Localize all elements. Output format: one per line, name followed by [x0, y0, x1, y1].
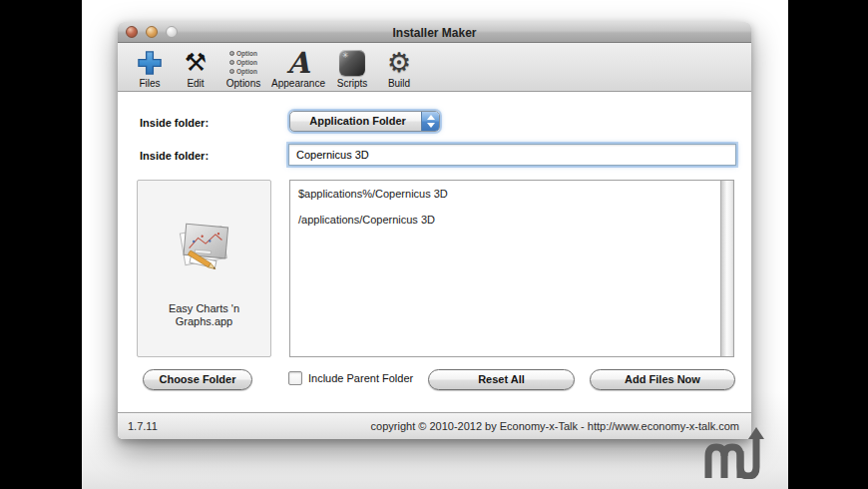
application-folder-popup[interactable]: Application Folder [289, 111, 440, 132]
selected-file-box[interactable]: Easy Charts 'n Graphs.app [137, 180, 271, 357]
plus-icon [137, 47, 163, 78]
macupdate-logo [700, 425, 766, 479]
toolbar-label: Appearance [271, 78, 325, 90]
scrollbar-track[interactable] [720, 181, 733, 356]
choose-folder-button[interactable]: Choose Folder [143, 369, 252, 390]
version-label: 1.7.11 [128, 420, 158, 432]
file-name-label: Easy Charts 'n Graphs.app [138, 302, 270, 328]
include-parent-checkbox[interactable] [288, 371, 302, 385]
toolbar-item-options[interactable]: Option Option Option Options [217, 45, 269, 90]
toolbar-label: Options [226, 78, 260, 90]
gear-icon: ⚙ [387, 47, 411, 78]
content-area: Inside folder: Application Folder Inside… [118, 92, 751, 412]
charts-app-icon [170, 215, 239, 282]
install-paths-list[interactable]: $applications%/Copernicus 3D /applicatio… [289, 180, 734, 357]
toolbar-label: Edit [187, 78, 204, 90]
toolbar-label: Files [139, 78, 160, 90]
popup-selected-value: Application Folder [298, 115, 417, 127]
toolbar-label: Build [388, 78, 410, 90]
toolbar-label: Scripts [337, 78, 368, 90]
folder-name-input[interactable]: Copernicus 3D [288, 144, 736, 166]
popup-stepper-icon [421, 112, 439, 131]
toolbar-item-appearance[interactable]: A Appearance [267, 45, 329, 90]
window-title: Installer Maker [118, 26, 751, 40]
path-line: /applications/Copernicus 3D [290, 200, 733, 226]
include-parent-label: Include Parent Folder [308, 372, 413, 384]
reset-all-button[interactable]: Reset All [428, 369, 575, 390]
toolbar-item-files[interactable]: Files [128, 45, 172, 90]
title-bar: Installer Maker [118, 22, 751, 43]
toolbar-item-scripts[interactable]: ✳ Scripts [329, 45, 375, 90]
toolbar-item-edit[interactable]: ⚒ Edit [174, 45, 217, 90]
inside-folder-popup-label: Inside folder: [140, 117, 209, 129]
installer-maker-window: Installer Maker Files ⚒ Edit [118, 22, 751, 439]
inside-folder-field-label: Inside folder: [140, 150, 209, 162]
letter-a-icon: A [287, 47, 310, 78]
path-line: $applications%/Copernicus 3D [290, 181, 733, 200]
toolbar: Files ⚒ Edit Option Option Option Option… [118, 43, 751, 92]
copyright-label: copyright © 2010-2012 by Economy-x-Talk … [371, 420, 739, 432]
toolbar-item-build[interactable]: ⚙ Build [375, 45, 423, 90]
add-files-now-button[interactable]: Add Files Now [590, 369, 735, 390]
options-list-icon: Option Option Option [229, 47, 257, 78]
tools-icon: ⚒ [185, 47, 207, 78]
scripts-icon: ✳ [339, 47, 365, 78]
status-bar: 1.7.11 copyright © 2010-2012 by Economy-… [118, 412, 751, 439]
